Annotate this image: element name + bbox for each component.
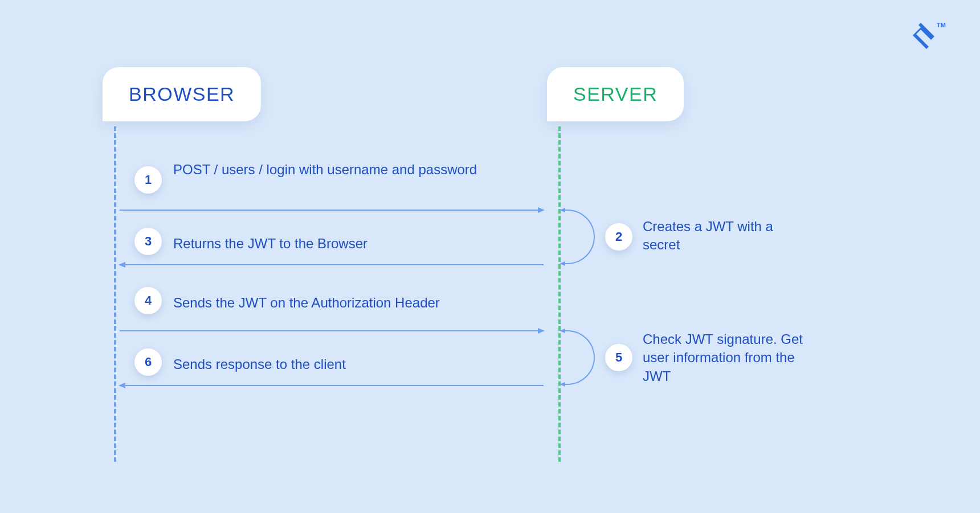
step-4-badge: 4 [134, 287, 162, 314]
browser-header-label: BROWSER [129, 83, 235, 105]
step-6-text: Sends response to the client [173, 355, 526, 374]
arrow-6-to-browser [120, 385, 544, 386]
connector-step-2 [561, 210, 595, 264]
step-2-badge: 2 [605, 223, 632, 251]
step-1-text: POST / users / login with username and p… [173, 161, 526, 179]
arrow-3-to-browser [120, 264, 544, 265]
arrow-4-to-server [120, 330, 544, 331]
arrow-1-to-server [120, 210, 544, 211]
jwt-flow-diagram: TM BROWSER SERVER 1 POST / users / login… [0, 0, 980, 513]
browser-header: BROWSER [103, 67, 261, 121]
step-5-text: Check JWT signature. Get user informatio… [643, 330, 814, 385]
step-4-text: Sends the JWT on the Authorization Heade… [173, 294, 526, 312]
step-6-number: 6 [145, 355, 152, 370]
step-4-number: 4 [145, 293, 152, 308]
step-2-number: 2 [615, 229, 622, 244]
brand-logo: TM [913, 23, 946, 49]
step-3-text: Returns the JWT to the Browser [173, 235, 526, 253]
step-1-badge: 1 [134, 166, 162, 194]
server-header: SERVER [547, 67, 684, 121]
step-2-text: Creates a JWT with a secret [643, 217, 774, 255]
toptal-icon [913, 23, 934, 49]
step-5-badge: 5 [605, 344, 632, 371]
server-header-label: SERVER [573, 83, 658, 105]
step-3-number: 3 [145, 234, 152, 249]
step-5-number: 5 [615, 350, 622, 365]
step-6-badge: 6 [134, 348, 162, 376]
browser-lifeline [114, 126, 116, 462]
step-3-badge: 3 [134, 228, 162, 255]
trademark-label: TM [937, 22, 946, 28]
step-1-number: 1 [145, 173, 152, 187]
connector-step-5 [561, 330, 595, 385]
server-lifeline [558, 126, 561, 462]
